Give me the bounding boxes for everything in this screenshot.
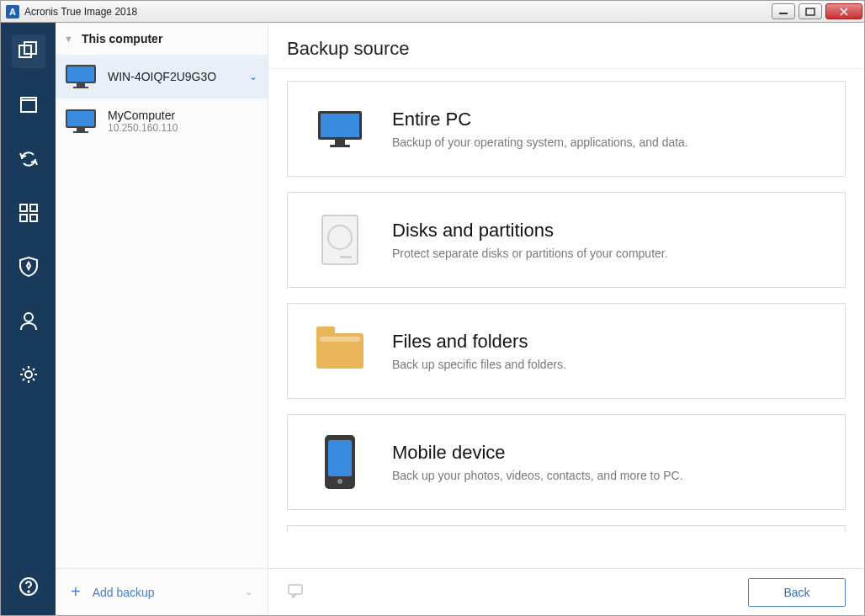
add-backup-label: Add backup: [93, 586, 155, 599]
app-icon: A: [6, 5, 19, 19]
source-list: Entire PC Backup of your operating syste…: [268, 69, 864, 568]
maximize-button[interactable]: [799, 3, 822, 19]
page-title: Backup source: [268, 23, 864, 69]
svg-rect-7: [20, 215, 27, 221]
svg-rect-1: [806, 8, 815, 15]
nav-backup-icon[interactable]: [12, 35, 45, 68]
nav-sync-icon[interactable]: [12, 142, 45, 176]
add-backup-button[interactable]: + Add backup ⌄: [56, 568, 268, 615]
option-title: Files and folders: [392, 331, 566, 353]
svg-point-10: [25, 371, 32, 378]
monitor-icon: [66, 65, 96, 88]
svg-point-12: [28, 591, 29, 592]
svg-rect-13: [289, 585, 302, 594]
option-desc: Back up specific files and folders.: [392, 358, 566, 371]
mobile-icon: [311, 433, 369, 491]
main-footer: Back: [268, 568, 864, 615]
source-option-entire-pc[interactable]: Entire PC Backup of your operating syste…: [287, 81, 846, 177]
svg-point-9: [24, 313, 33, 321]
nav-account-icon[interactable]: [12, 304, 45, 337]
sidebar: ▼ This computer WIN-4OIQF2U9G3O ⌄ MyComp…: [56, 23, 268, 615]
close-button[interactable]: [825, 3, 862, 19]
svg-rect-6: [30, 204, 37, 211]
window-title: Acronis True Image 2018: [24, 6, 137, 18]
svg-rect-8: [30, 215, 37, 221]
nav-settings-icon[interactable]: [12, 358, 45, 391]
chevron-down-icon: ▼: [64, 34, 73, 44]
disk-icon: [311, 211, 369, 268]
nav-help-icon[interactable]: [12, 570, 45, 603]
main-panel: Backup source Entire PC Backup of your o…: [268, 23, 864, 615]
source-option-mobile[interactable]: Mobile device Back up your photos, video…: [287, 414, 846, 510]
source-option-disks[interactable]: Disks and partitions Protect separate di…: [287, 192, 846, 288]
device-address: 10.250.160.110: [108, 122, 257, 134]
device-item-local[interactable]: WIN-4OIQF2U9G3O ⌄: [56, 55, 268, 98]
option-desc: Backup of your operating system, applica…: [392, 135, 688, 149]
minimize-button[interactable]: [772, 3, 795, 19]
device-name: MyComputer: [108, 109, 257, 122]
option-title: Entire PC: [392, 109, 688, 130]
option-title: Disks and partitions: [392, 220, 668, 242]
option-desc: Protect separate disks or partitions of …: [392, 247, 668, 260]
monitor-icon: [66, 109, 96, 133]
svg-rect-5: [20, 204, 27, 211]
window-titlebar: A Acronis True Image 2018: [0, 0, 865, 23]
device-name: WIN-4OIQF2U9G3O: [108, 70, 244, 83]
plus-icon: +: [71, 582, 81, 602]
sidebar-header[interactable]: ▼ This computer: [56, 23, 268, 55]
comment-icon[interactable]: [287, 583, 304, 602]
back-button-label: Back: [783, 586, 809, 599]
source-option-files[interactable]: Files and folders Back up specific files…: [287, 303, 846, 399]
nav-dashboard-icon[interactable]: [12, 196, 45, 230]
sidebar-header-label: This computer: [82, 32, 162, 45]
pc-icon: [311, 100, 369, 157]
svg-rect-0: [779, 13, 788, 14]
option-desc: Back up your photos, videos, contacts, a…: [392, 469, 683, 482]
folder-icon: [311, 322, 369, 380]
option-title: Mobile device: [392, 442, 683, 464]
nav-protection-icon[interactable]: [12, 250, 45, 284]
back-button[interactable]: Back: [748, 578, 846, 607]
chevron-down-icon[interactable]: ⌄: [245, 587, 252, 597]
nav-archive-icon[interactable]: [12, 88, 45, 122]
device-item-remote[interactable]: MyComputer 10.250.160.110: [56, 98, 268, 144]
source-option-partial[interactable]: [287, 525, 846, 532]
chevron-down-icon[interactable]: ⌄: [249, 71, 257, 82]
nav-rail: [1, 23, 56, 615]
svg-rect-4: [21, 100, 36, 112]
